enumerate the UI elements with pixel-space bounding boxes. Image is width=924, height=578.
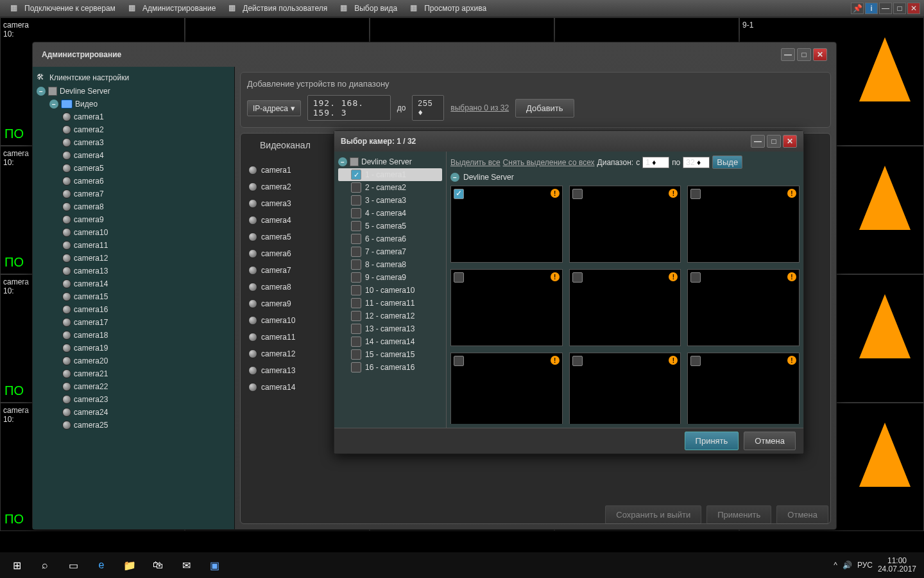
apply-button[interactable]: Применить [706,505,771,524]
thumb-checkbox[interactable] [454,189,464,199]
channel-item[interactable]: camera14 [246,379,309,396]
sidebar-camera-item[interactable]: camera17 [58,316,234,329]
address-type-select[interactable]: IP-адреса ▾ [247,100,301,116]
ip-to-input[interactable]: 255 ♦ [412,95,444,121]
camera-checkbox[interactable] [351,182,361,193]
selected-link[interactable]: выбрано 0 из 32 [450,103,509,112]
menu-monitor[interactable]: ▦Подключение к серверам [4,2,122,15]
sidebar-server[interactable]: − Devline Server [33,85,234,98]
dialog-camera-item[interactable]: 15 - camera15 [338,348,442,361]
camera-thumbnail[interactable]: ! [450,186,563,263]
sidebar-camera-item[interactable]: camera22 [58,380,234,393]
explorer-icon[interactable]: 📁 [116,552,144,578]
dialog-camera-item[interactable]: 3 - camera3 [338,194,442,207]
camera-checkbox[interactable] [351,298,361,308]
dialog-camera-item[interactable]: 14 - camera14 [338,335,442,348]
sidebar-camera-item[interactable]: camera21 [58,367,234,380]
channel-item[interactable]: camera4 [246,212,309,229]
camera-checkbox[interactable] [351,234,361,244]
search-button[interactable]: ⌕ [31,552,59,578]
sidebar-camera-item[interactable]: camera16 [58,303,234,316]
dialog-camera-item[interactable]: 12 - camera12 [338,310,442,322]
sidebar-camera-item[interactable]: camera4 [58,149,234,162]
save-exit-button[interactable]: Сохранить и выйти [605,505,701,524]
camera-thumbnail[interactable]: ! [569,269,681,346]
sidebar-camera-item[interactable]: camera9 [58,213,234,226]
tray-up-icon[interactable]: ^ [834,561,837,570]
lang-indicator[interactable]: РУС [857,561,873,570]
dialog-cancel-button[interactable]: Отмена [744,432,796,450]
sidebar-camera-item[interactable]: camera23 [58,393,234,406]
dialog-camera-item[interactable]: 4 - camera4 [338,207,442,220]
dialog-camera-item[interactable]: 8 - camera8 [338,258,442,271]
camera-checkbox[interactable] [351,337,361,347]
channel-item[interactable]: camera11 [246,329,309,346]
channel-item[interactable]: camera7 [246,262,309,279]
dialog-camera-item[interactable]: 6 - camera6 [338,232,442,245]
menu-user[interactable]: ▦Действия пользователя [222,2,334,15]
camera-checkbox[interactable] [351,362,361,372]
menu-film[interactable]: ▦Просмотр архива [404,2,493,15]
mail-icon[interactable]: ✉ [172,552,200,578]
dialog-maximize-button[interactable]: □ [767,135,781,148]
camera-checkbox[interactable] [351,259,361,270]
camera-checkbox[interactable] [351,195,361,206]
camera-checkbox[interactable] [351,349,361,360]
camera-checkbox[interactable] [351,285,361,295]
thumb-checkbox[interactable] [572,356,583,366]
expander-icon[interactable]: − [338,157,347,166]
sidebar-camera-item[interactable]: camera7 [58,188,234,200]
range-from-input[interactable]: 1 ♦ [642,157,669,168]
clock-date[interactable]: 24.07.2017 [878,565,916,574]
dialog-camera-item[interactable]: 16 - camera16 [338,361,442,374]
dialog-camera-item[interactable]: 1 - camera1 [338,168,442,181]
store-icon[interactable]: 🛍 [144,552,172,578]
channel-item[interactable]: camera6 [246,245,309,262]
deselect-all-link[interactable]: Снять выделение со всех [503,158,595,167]
channel-item[interactable]: camera10 [246,312,309,329]
expander-icon[interactable]: − [37,87,46,96]
admin-maximize-button[interactable]: □ [797,48,811,61]
dialog-close-button[interactable]: ✕ [783,135,797,148]
camera-checkbox[interactable] [351,170,361,180]
dialog-minimize-button[interactable]: — [751,135,765,148]
sidebar-client-settings[interactable]: 🛠 Клиентские настройки [33,71,234,85]
camera-thumbnail[interactable]: ! [450,353,563,424]
sidebar-camera-item[interactable]: camera1 [58,110,234,123]
channel-item[interactable]: camera1 [246,162,309,179]
dialog-ok-button[interactable]: Принять [685,432,739,450]
thumb-checkbox[interactable] [690,356,701,366]
thumb-checkbox[interactable] [454,272,464,283]
select-all-link[interactable]: Выделить все [450,158,501,167]
sidebar-camera-item[interactable]: camera11 [58,239,234,252]
pin-button[interactable]: 📌 [851,3,864,14]
sidebar-camera-item[interactable]: camera15 [58,290,234,303]
camera-thumbnail[interactable]: ! [687,269,800,346]
thumb-checkbox[interactable] [572,272,583,283]
camera-thumbnail[interactable]: ! [569,186,681,263]
sound-icon[interactable]: 🔊 [843,561,852,570]
sidebar-camera-item[interactable]: camera19 [58,342,234,355]
sidebar-camera-item[interactable]: camera6 [58,175,234,188]
menu-grid[interactable]: ▦Выбор вида [334,2,404,15]
dialog-camera-item[interactable]: 5 - camera5 [338,220,442,232]
camera-thumbnail[interactable]: ! [450,269,563,346]
thumb-checkbox[interactable] [690,189,701,199]
thumb-checkbox[interactable] [690,272,701,283]
minimize-button[interactable]: — [879,3,892,14]
camera-checkbox[interactable] [351,272,361,283]
camera-checkbox[interactable] [351,247,361,257]
channel-item[interactable]: camera13 [246,362,309,379]
camera-checkbox[interactable] [351,208,361,218]
channel-item[interactable]: camera3 [246,195,309,212]
sidebar-camera-item[interactable]: camera5 [58,162,234,175]
sidebar-camera-item[interactable]: camera25 [58,419,234,432]
dialog-camera-item[interactable]: 10 - camera10 [338,284,442,297]
edge-icon[interactable]: e [87,552,116,578]
sidebar-camera-item[interactable]: camera18 [58,329,234,342]
select-range-button[interactable]: Выде [712,155,742,169]
camera-thumbnail[interactable]: ! [569,353,681,424]
sidebar-camera-item[interactable]: camera3 [58,136,234,149]
dialog-camera-item[interactable]: 9 - camera9 [338,271,442,284]
channel-item[interactable]: camera5 [246,229,309,245]
